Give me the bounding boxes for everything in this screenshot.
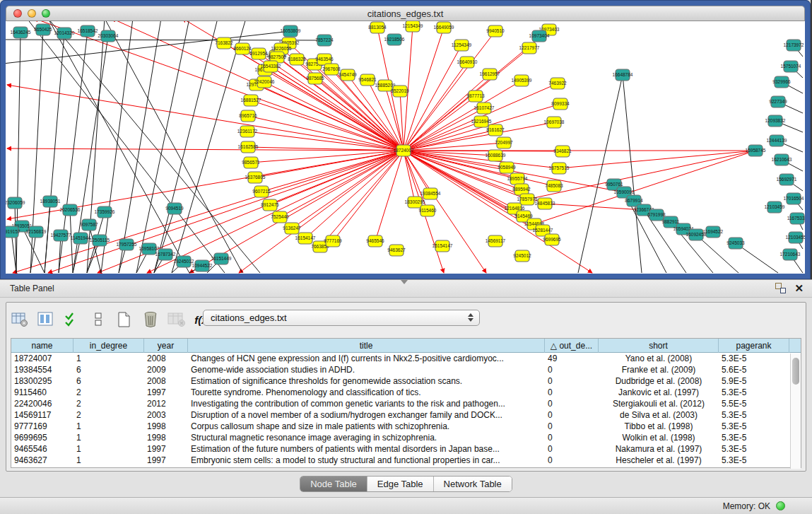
delete-column-icon[interactable] — [141, 310, 160, 329]
table-cell[interactable]: Embryonic stem cells: a model to study s… — [188, 455, 545, 466]
graph-node[interactable]: 8186328 — [288, 54, 306, 65]
graph-node[interactable]: 19612957 — [480, 69, 500, 80]
graph-node[interactable]: 9245033 — [726, 238, 745, 249]
table-cell[interactable]: 5.5E-5 — [719, 398, 789, 409]
graph-node[interactable]: 14569117 — [486, 235, 506, 247]
table-cell[interactable]: 5.6E-5 — [719, 364, 789, 375]
graph-edge[interactable] — [623, 75, 642, 273]
table-row[interactable]: 1830029562008Estimation of significance … — [11, 375, 801, 387]
graph-edge[interactable] — [119, 21, 161, 273]
graph-node[interactable]: 11254349 — [452, 40, 472, 51]
table-cell[interactable]: 5.3E-5 — [719, 443, 789, 455]
float-panel-icon[interactable] — [775, 283, 786, 293]
graph-node[interactable]: 12505115 — [90, 235, 110, 246]
table-cell[interactable]: 1998 — [144, 432, 188, 443]
table-cell[interactable]: 19384554 — [11, 364, 73, 375]
table-cell[interactable]: 1997 — [144, 443, 188, 455]
table-cell[interactable]: 0 — [545, 421, 599, 432]
graph-edge[interactable] — [404, 74, 490, 151]
table-cell[interactable]: 5.3E-5 — [719, 455, 789, 466]
graph-node[interactable]: 12156819 — [26, 226, 47, 238]
table-row[interactable]: 1456911722003Disruption of a novel membe… — [11, 409, 801, 421]
table-cell[interactable]: 18724007 — [11, 353, 73, 364]
table-cell[interactable]: 5.3E-5 — [719, 387, 789, 398]
table-cell[interactable]: 9465546 — [11, 443, 73, 455]
table-cell[interactable]: 2 — [73, 398, 144, 409]
graph-node[interactable]: 19384554 — [420, 188, 441, 199]
table-cell[interactable]: Nakamura et al. (1997) — [599, 443, 719, 455]
graph-node[interactable]: 14845833 — [535, 198, 555, 209]
graph-node[interactable]: 14905399 — [512, 75, 532, 86]
graph-node[interactable]: 16648784 — [613, 69, 633, 81]
network-canvas[interactable]: 1872400714905392181245541961295312973403… — [6, 21, 805, 274]
column-header-in_degree[interactable]: in_degree — [73, 339, 144, 353]
graph-node[interactable]: 16053809 — [281, 25, 301, 37]
table-cell[interactable]: 6 — [73, 364, 144, 375]
table-cell[interactable]: 9699695 — [11, 432, 73, 443]
graph-node[interactable]: 7525440 — [271, 211, 289, 223]
graph-node[interactable]: 12173972 — [784, 40, 804, 51]
graph-node[interactable]: 17210643 — [780, 249, 801, 260]
table-cell[interactable]: Jankovic et al. (1997) — [599, 387, 719, 398]
graph-node[interactable]: 8454749 — [339, 69, 357, 81]
graph-node[interactable]: 8099334 — [551, 98, 570, 110]
table-cell[interactable]: 2008 — [144, 375, 188, 387]
graph-edge[interactable] — [89, 225, 101, 273]
table-cell[interactable]: Structural magnetic resonance image aver… — [188, 432, 545, 443]
graph-node[interactable]: 9097587 — [80, 219, 98, 230]
graph-node[interactable]: 9699695 — [543, 234, 561, 245]
graph-node[interactable]: 9777169 — [324, 235, 342, 247]
table-cell[interactable]: 2003 — [144, 409, 188, 421]
graph-node[interactable]: 7463922 — [548, 78, 567, 89]
graph-node[interactable]: 7163822 — [215, 37, 233, 49]
graph-edge[interactable] — [559, 151, 755, 168]
graph-node[interactable]: 12093832 — [765, 115, 786, 127]
graph-edge[interactable] — [6, 40, 324, 40]
tab-node-table[interactable]: Node Table — [300, 477, 367, 491]
graph-node[interactable]: 8161627 — [486, 124, 505, 136]
graph-node[interactable]: 9856571 — [242, 157, 260, 168]
graph-node[interactable]: 9094519 — [165, 203, 184, 214]
graph-edge[interactable] — [70, 210, 73, 273]
table-cell[interactable]: 1 — [73, 443, 144, 455]
table-cell[interactable]: 5.3E-5 — [719, 353, 789, 364]
graph-edge[interactable] — [239, 151, 404, 273]
graph-node[interactable]: 8813054 — [368, 22, 387, 33]
table-source-dropdown[interactable]: citations_edges.txt — [203, 310, 480, 326]
graph-node[interactable]: 16154147 — [295, 233, 316, 244]
table-cell[interactable]: 6 — [73, 375, 144, 387]
graph-node[interactable]: 12444139 — [767, 135, 787, 146]
table-cell[interactable]: Wolkin et al. (1998) — [599, 432, 719, 443]
graph-edge[interactable] — [578, 75, 623, 273]
graph-node[interactable]: 12361172 — [237, 126, 258, 137]
vertical-scrollbar[interactable] — [790, 354, 801, 469]
table-cell[interactable]: Investigating the contribution of common… — [188, 398, 545, 409]
tab-network-table[interactable]: Network Table — [434, 477, 512, 491]
table-cell[interactable]: 1 — [73, 432, 144, 443]
graph-node[interactable]: 11694522 — [703, 226, 724, 238]
table-cell[interactable]: Disruption of a novel member of a sodium… — [188, 409, 545, 421]
graph-node[interactable]: 9346821 — [553, 146, 572, 157]
graph-node[interactable]: 17016504 — [784, 193, 804, 204]
table-cell[interactable]: 14569117 — [11, 409, 73, 421]
table-cell[interactable]: 1997 — [144, 387, 188, 398]
table-cell[interactable]: 0 — [545, 387, 599, 398]
graph-node[interactable]: 9940510 — [486, 25, 505, 37]
column-header-out_de[interactable]: △ out_de... — [545, 339, 599, 353]
graph-node[interactable]: 3919157 — [6, 226, 20, 238]
graph-node[interactable]: 16649059 — [434, 22, 454, 33]
table-cell[interactable]: 49 — [545, 353, 599, 364]
graph-node[interactable]: 15692971 — [777, 174, 797, 185]
table-cell[interactable]: 1998 — [144, 421, 188, 432]
table-cell[interactable]: 2012 — [144, 398, 188, 409]
graph-node[interactable]: 11451944 — [71, 233, 91, 244]
table-row[interactable]: 946362711997Embryonic stem cells: a mode… — [11, 455, 801, 466]
table-cell[interactable]: 0 — [545, 375, 599, 387]
graph-node[interactable]: 15958745 — [746, 145, 766, 156]
graph-node[interactable]: 9058949 — [498, 162, 516, 173]
panel-divider-grip[interactable] — [401, 280, 408, 284]
table-row[interactable]: 1872400712008Changes of HCN gene express… — [11, 353, 801, 364]
table-cell[interactable]: 1 — [73, 421, 144, 432]
table-cell[interactable]: 0 — [545, 432, 599, 443]
table-options-icon[interactable] — [11, 310, 29, 329]
